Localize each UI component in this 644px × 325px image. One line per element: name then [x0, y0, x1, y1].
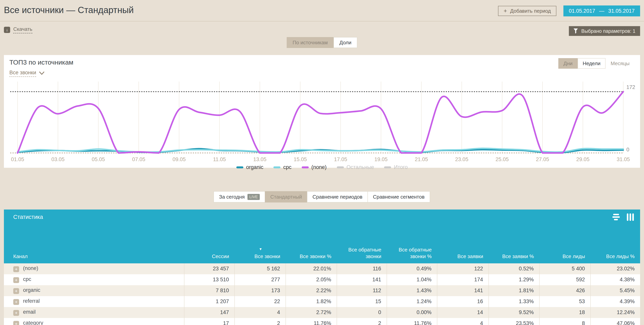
legend-label: cpc [283, 164, 291, 170]
channel-cell: +(none) [4, 263, 184, 274]
value-cell: 2 [234, 318, 286, 325]
table-row: +email14742.72%00.00%149.52%1812.24% [4, 307, 640, 318]
y-axis-min-label: 0 [626, 147, 629, 152]
value-cell: 7 810 [184, 285, 234, 296]
column-header[interactable]: Все заявки [437, 246, 489, 263]
expand-row-button[interactable]: + [13, 288, 19, 294]
value-cell: 1.24% [387, 296, 437, 307]
channel-cell: +category [4, 318, 184, 325]
value-cell: 141 [437, 285, 489, 296]
download-link[interactable]: ↓ Скачать [4, 26, 32, 33]
column-header[interactable]: Все лиды % [590, 246, 640, 263]
x-axis-label: 19.05 [374, 156, 388, 162]
add-period-label: Добавить период [510, 8, 551, 14]
value-cell: 22.01% [286, 263, 337, 274]
column-header[interactable]: Все обратные звонки % [387, 246, 437, 263]
x-axis-label: 09.05 [172, 156, 186, 162]
add-period-button[interactable]: + Добавить период [498, 6, 556, 16]
column-header[interactable]: Все обратные звонки [337, 246, 387, 263]
expand-row-button[interactable]: + [13, 277, 19, 283]
filter-rows-icon[interactable] [612, 214, 620, 220]
view-toggle-option[interactable]: Доли [334, 37, 357, 48]
series-line-none [18, 92, 623, 153]
filter-label: Выбрано параметров: 1 [581, 28, 636, 34]
value-cell: 11.76% [387, 318, 437, 325]
value-cell: 14 [437, 307, 489, 318]
expand-row-button[interactable]: + [13, 321, 19, 325]
x-axis-label: 17.05 [334, 156, 347, 162]
value-cell: 23 457 [184, 263, 234, 274]
expand-row-button[interactable]: + [13, 266, 19, 272]
value-cell: 0.00% [387, 307, 437, 318]
column-header[interactable]: Все лиды [540, 246, 590, 263]
value-cell: 1.82% [286, 296, 337, 307]
metric-selector[interactable]: Все звонки [9, 70, 44, 77]
value-cell: 1.04% [387, 274, 437, 285]
column-header[interactable]: Все звонки % [286, 246, 337, 263]
value-cell: 47.06% [590, 318, 640, 325]
value-cell: 4 [234, 307, 286, 318]
mode-tab[interactable]: Сравнение периодов [307, 191, 368, 202]
value-cell: 13 510 [184, 274, 234, 285]
mode-tab-label: За сегодня [219, 194, 244, 200]
plus-icon: + [504, 8, 507, 14]
chart-title: ТОП3 по источникам [9, 58, 635, 66]
x-axis-label: 07.05 [132, 156, 146, 162]
column-header[interactable]: Все заявки % [489, 246, 540, 263]
x-axis-label: 03.05 [51, 156, 64, 162]
legend-item[interactable]: cpc [274, 164, 291, 170]
value-cell: 1.29% [489, 274, 540, 285]
top-bar: Все источники — Стандартный + Добавить п… [0, 0, 644, 22]
value-cell: 8 [540, 318, 590, 325]
granularity-tab[interactable]: Дни [558, 58, 578, 69]
granularity-tab[interactable]: Месяцы [606, 58, 635, 69]
column-header[interactable]: ▼Все звонки [234, 246, 286, 263]
value-cell: 1.33% [489, 296, 540, 307]
statistics-section: Статистика КаналСессии▼Все [4, 210, 640, 325]
channel-name: cpc [23, 276, 31, 282]
expand-row-button[interactable]: + [13, 310, 19, 316]
column-header[interactable]: Канал [4, 246, 184, 263]
x-axis-label: 11.05 [213, 156, 226, 162]
chart-panel: ТОП3 по источникам Все звонки ДниНеделиМ… [4, 55, 640, 168]
value-cell: 173 [234, 285, 286, 296]
expand-row-button[interactable]: + [13, 299, 19, 305]
x-axis-label: 27.05 [536, 156, 549, 162]
value-cell: 147 [184, 307, 234, 318]
table-row: +organic7 8101732.22%1121.43%1411.81%426… [4, 285, 640, 296]
live-badge: LIVE [248, 194, 260, 200]
granularity-tab[interactable]: Недели [578, 58, 606, 69]
legend-item[interactable]: Остальные [337, 164, 374, 170]
mode-tab-label: Стандартный [270, 194, 302, 200]
columns-icon[interactable] [627, 214, 634, 221]
legend-label: (none) [312, 164, 327, 170]
chart-legend: organiccpc(none)ОстальныеИтого [9, 164, 635, 170]
selected-parameters-button[interactable]: Выбрано параметров: 1 [569, 26, 640, 36]
chevron-down-icon [39, 72, 44, 75]
view-toggle: По источникамДоли [0, 37, 644, 48]
channel-cell: +email [4, 307, 184, 318]
table-body: +(none)23 4575 16222.01%1160.49%1220.52%… [4, 263, 640, 325]
mode-tab[interactable]: Сравнение сегментов [368, 191, 430, 202]
value-cell: 11.76% [286, 318, 337, 325]
legend-swatch [302, 166, 309, 168]
second-row: ↓ Скачать Выбрано параметров: 1 [4, 26, 640, 36]
legend-item[interactable]: Итого [384, 164, 408, 170]
legend-item[interactable]: (none) [302, 164, 327, 170]
legend-swatch [274, 166, 280, 168]
value-cell: 23.53% [489, 318, 540, 325]
value-cell: 18 [540, 307, 590, 318]
mode-tab[interactable]: За сегодняLIVE [214, 191, 265, 202]
value-cell: 2 [337, 318, 387, 325]
view-toggle-selected[interactable]: По источникам [287, 37, 334, 48]
metric-selector-label: Все звонки [9, 70, 36, 77]
y-axis-max-label: 172 [626, 84, 635, 90]
value-cell: 5 400 [540, 263, 590, 274]
legend-swatch [236, 166, 243, 168]
legend-item[interactable]: organic [236, 164, 264, 170]
mode-tab[interactable]: Стандартный [265, 191, 307, 202]
date-range-button[interactable]: 01.05.2017 — 31.05.2017 [564, 6, 640, 16]
column-header[interactable]: Сессии [184, 246, 234, 263]
value-cell: 0.52% [489, 263, 540, 274]
value-cell: 174 [437, 274, 489, 285]
